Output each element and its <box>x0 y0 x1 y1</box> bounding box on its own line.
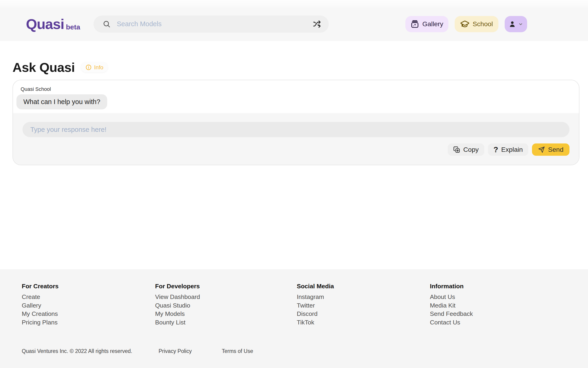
quasi-app: Quasi beta <box>0 0 588 368</box>
search-input[interactable] <box>116 20 307 28</box>
quasi-logo[interactable]: Quasi beta <box>26 17 80 31</box>
explain-button[interactable]: ? Explain <box>488 143 528 156</box>
footer-link-quasi-studio[interactable]: Quasi Studio <box>155 301 200 310</box>
footer-link-gallery[interactable]: Gallery <box>22 301 59 310</box>
privacy-policy-link[interactable]: Privacy Policy <box>158 348 192 354</box>
top-navbar: Quasi beta <box>0 0 588 41</box>
response-input[interactable] <box>22 122 570 137</box>
footer-link-my-creations[interactable]: My Creations <box>22 310 59 318</box>
page-title: Ask Quasi <box>12 60 75 75</box>
footer-link-bounty-list[interactable]: Bounty List <box>155 318 200 327</box>
school-button[interactable]: School <box>455 16 498 32</box>
gallery-icon <box>411 20 419 28</box>
gallery-button[interactable]: Gallery <box>405 16 448 32</box>
footer-link-tiktok[interactable]: TikTok <box>297 318 334 327</box>
search-icon <box>103 20 111 28</box>
account-menu-button[interactable] <box>505 16 527 32</box>
footer-column-information: Information About Us Media Kit Send Feed… <box>430 283 473 327</box>
footer-column-social-media: Social Media Instagram Twitter Discord T… <box>297 283 334 327</box>
copy-button-label: Copy <box>463 146 479 153</box>
logo-beta-tag: beta <box>66 24 80 31</box>
footer-heading: For Developers <box>155 283 200 290</box>
explain-button-label: Explain <box>501 146 523 153</box>
page-footer: For Creators Create Gallery My Creations… <box>0 269 588 368</box>
header-nav: Gallery School <box>405 16 527 32</box>
footer-link-media-kit[interactable]: Media Kit <box>430 301 473 310</box>
shuffle-icon[interactable] <box>313 20 321 28</box>
footer-link-discord[interactable]: Discord <box>297 310 334 318</box>
chat-message-area: Quasi School What can I help you with? <box>13 80 579 113</box>
info-button-label: Info <box>94 64 103 71</box>
footer-heading: Social Media <box>297 283 334 290</box>
footer-heading: Information <box>430 283 473 290</box>
chat-input-area: Copy ? Explain Send <box>13 113 579 165</box>
footer-link-my-models[interactable]: My Models <box>155 310 200 318</box>
footer-column-for-creators: For Creators Create Gallery My Creations… <box>22 283 59 327</box>
terms-of-use-link[interactable]: Terms of Use <box>222 348 253 354</box>
school-button-label: School <box>473 20 493 28</box>
question-mark-icon: ? <box>493 146 498 153</box>
chat-card: Quasi School What can I help you with? C… <box>12 80 579 165</box>
logo-text: Quasi <box>26 17 64 31</box>
footer-link-send-feedback[interactable]: Send Feedback <box>430 310 473 318</box>
chat-message-bubble: What can I help you with? <box>17 94 107 109</box>
footer-link-view-dashboard[interactable]: View Dashboard <box>155 293 200 301</box>
copy-button[interactable]: Copy <box>448 143 484 156</box>
footer-link-about-us[interactable]: About Us <box>430 293 473 301</box>
footer-link-contact-us[interactable]: Contact Us <box>430 318 473 327</box>
copyright-text: Quasi Ventures Inc. © 2022 All rights re… <box>22 348 132 354</box>
chevron-down-icon <box>518 21 523 27</box>
footer-link-create[interactable]: Create <box>22 293 59 301</box>
footer-heading: For Creators <box>22 283 59 290</box>
send-icon <box>538 146 545 153</box>
footer-column-for-developers: For Developers View Dashboard Quasi Stud… <box>155 283 200 327</box>
chat-sender-label: Quasi School <box>21 86 579 92</box>
chat-actions: Copy ? Explain Send <box>22 143 570 156</box>
footer-link-twitter[interactable]: Twitter <box>297 301 334 310</box>
footer-link-instagram[interactable]: Instagram <box>297 293 334 301</box>
page-header: Ask Quasi Info <box>12 60 108 75</box>
user-avatar-icon <box>508 20 516 28</box>
send-button-label: Send <box>548 146 563 153</box>
send-button[interactable]: Send <box>532 143 570 156</box>
info-button[interactable]: Info <box>81 62 108 72</box>
graduation-cap-icon <box>460 19 469 29</box>
search-bar[interactable] <box>94 16 329 33</box>
copy-plus-icon <box>453 146 460 153</box>
gallery-button-label: Gallery <box>422 20 443 28</box>
info-icon <box>85 64 92 70</box>
footer-link-pricing-plans[interactable]: Pricing Plans <box>22 318 59 327</box>
